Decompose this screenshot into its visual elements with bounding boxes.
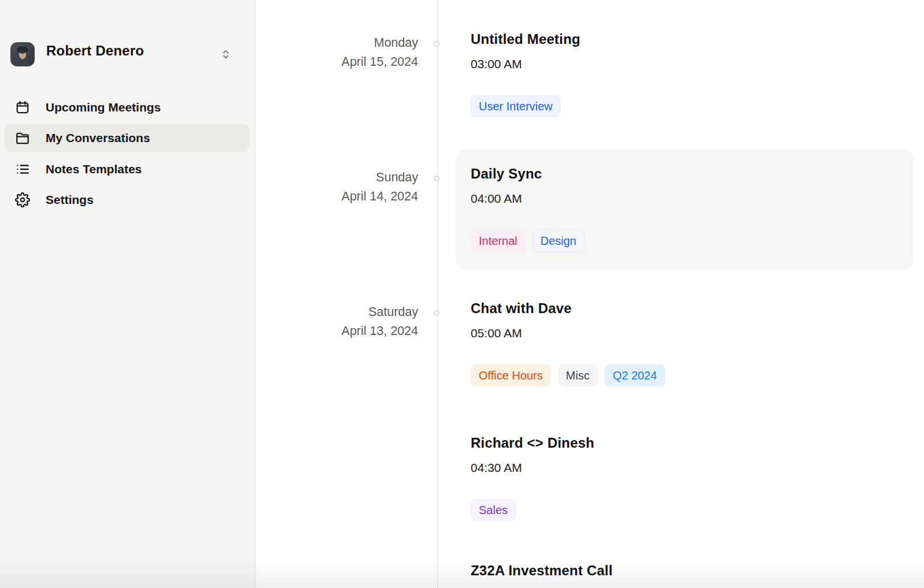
tag-office-hours[interactable]: Office Hours [471,364,551,386]
tag-user-interview[interactable]: User Interview [471,95,561,117]
meeting-tags: User Interview [471,95,914,117]
timeline-dot [434,41,439,47]
sidebar-item-settings[interactable]: Settings [5,186,249,214]
timeline-date: Monday April 15, 2024 [256,34,418,72]
meeting-title: Richard <> Dinesh [471,434,914,452]
meeting-time: 03:00 AM [471,57,914,72]
meeting-title: Chat with Dave [471,300,914,317]
timeline-weekday: Sunday [256,168,418,187]
meeting-entry[interactable]: Z32A Investment Call [456,562,914,579]
sidebar-item-upcoming-meetings[interactable]: Upcoming Meetings [5,94,249,121]
profile-name: Robert Denero [46,43,144,59]
timeline-date: Sunday April 14, 2024 [256,168,418,206]
meeting-time: 04:00 AM [471,191,914,206]
tag-sales[interactable]: Sales [471,499,516,521]
timeline-dot [434,310,439,316]
meeting-entry-selected[interactable]: Daily Sync 04:00 AM Internal Design [456,150,914,270]
timeline-date-label: April 14, 2024 [256,187,418,206]
chevron-updown-icon[interactable] [218,46,234,63]
timeline-line [437,0,438,588]
calendar-icon [15,100,30,115]
timeline-date-label: April 13, 2024 [256,322,418,341]
meeting-time: 04:30 AM [471,460,914,475]
meeting-tags: Internal Design [471,230,914,252]
avatar [10,42,35,66]
meeting-tags: Sales [471,499,914,521]
sidebar-item-label: My Conversations [46,131,150,145]
tag-internal[interactable]: Internal [471,230,526,252]
sidebar-item-label: Notes Templates [46,162,142,176]
tag-misc[interactable]: Misc [558,364,598,386]
meeting-time: 05:00 AM [471,326,914,341]
sidebar: Robert Denero Upcoming Meetings [0,0,256,588]
sidebar-item-notes-templates[interactable]: Notes Templates [5,155,249,183]
meeting-entry[interactable]: Untitled Meeting 03:00 AM User Interview [456,31,914,117]
sidebar-item-my-conversations[interactable]: My Conversations [5,124,249,152]
timeline-weekday: Saturday [256,303,418,322]
conversations-timeline: Monday April 15, 2024 Sunday April 14, 2… [256,0,924,588]
timeline-dot [434,176,439,181]
meeting-title: Daily Sync [471,165,914,183]
meeting-tags: Office Hours Misc Q2 2024 [471,364,914,386]
meeting-notes-app: Robert Denero Upcoming Meetings [0,0,924,588]
folder-icon [15,131,30,146]
profile-menu[interactable]: Robert Denero [0,38,256,71]
meeting-title: Untitled Meeting [471,31,914,48]
list-icon [15,162,30,177]
meeting-entry[interactable]: Chat with Dave 05:00 AM Office Hours Mis… [456,300,914,386]
meeting-entry[interactable]: Richard <> Dinesh 04:30 AM Sales [456,434,914,521]
timeline-weekday: Monday [256,34,418,53]
sidebar-item-label: Upcoming Meetings [46,101,161,114]
meeting-title: Z32A Investment Call [471,562,914,579]
timeline-date-label: April 15, 2024 [256,53,418,72]
timeline-date: Saturday April 13, 2024 [256,303,418,341]
sidebar-item-label: Settings [46,193,94,207]
gear-icon [15,192,30,207]
tag-design[interactable]: Design [532,230,584,252]
tag-q2-2024[interactable]: Q2 2024 [605,364,665,386]
